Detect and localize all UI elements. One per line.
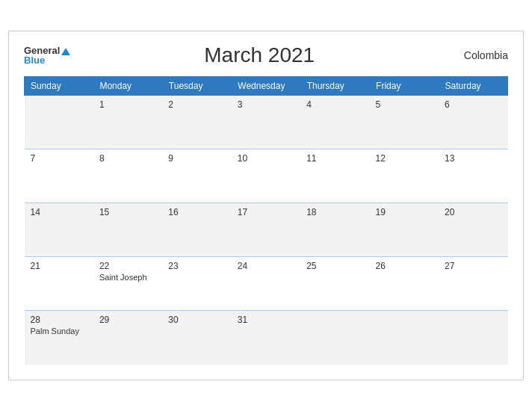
day-number: 13 xyxy=(445,153,501,164)
calendar-day-cell: 7 xyxy=(25,149,93,203)
day-number: 14 xyxy=(31,207,87,217)
calendar-table: SundayMondayTuesdayWednesdayThursdayFrid… xyxy=(24,76,508,365)
day-number: 31 xyxy=(238,315,294,325)
calendar-day-cell: 25 xyxy=(300,257,369,311)
logo-triangle-icon xyxy=(61,48,70,55)
calendar-day-cell: 16 xyxy=(162,203,231,257)
event-label: Saint Joseph xyxy=(99,273,156,282)
weekday-header-row: SundayMondayTuesdayWednesdayThursdayFrid… xyxy=(25,77,508,96)
weekday-header-cell: Thursday xyxy=(300,77,369,96)
calendar-day-cell: 10 xyxy=(232,149,300,203)
day-number: 27 xyxy=(445,261,501,271)
calendar-day-cell: 8 xyxy=(93,149,162,203)
calendar-day-cell xyxy=(439,311,507,365)
calendar-title: March 2021 xyxy=(70,43,448,67)
day-number: 16 xyxy=(168,207,225,217)
calendar-container: General Blue March 2021 Colombia SundayM… xyxy=(8,31,524,380)
event-label: Palm Sunday xyxy=(31,327,87,336)
calendar-day-cell: 27 xyxy=(439,257,507,311)
calendar-day-cell: 22Saint Joseph xyxy=(93,257,162,311)
calendar-day-cell: 9 xyxy=(162,149,231,203)
calendar-day-cell: 21 xyxy=(25,257,93,311)
day-number: 7 xyxy=(31,153,87,164)
day-number: 26 xyxy=(376,261,433,271)
calendar-day-cell: 14 xyxy=(25,203,93,257)
calendar-day-cell: 11 xyxy=(300,149,369,203)
weekday-header-cell: Tuesday xyxy=(162,77,231,96)
calendar-day-cell: 18 xyxy=(300,203,369,257)
day-number: 23 xyxy=(168,261,225,271)
calendar-tbody: 12345678910111213141516171819202122Saint… xyxy=(25,96,508,365)
day-number: 1 xyxy=(99,99,156,110)
calendar-day-cell: 28Palm Sunday xyxy=(25,311,93,365)
day-number: 11 xyxy=(306,153,363,164)
day-number: 22 xyxy=(99,261,156,271)
day-number: 18 xyxy=(306,207,363,217)
calendar-week-row: 2122Saint Joseph2324252627 xyxy=(25,257,508,311)
calendar-week-row: 123456 xyxy=(25,96,508,149)
calendar-day-cell xyxy=(370,311,439,365)
calendar-day-cell: 2 xyxy=(162,96,231,149)
day-number: 30 xyxy=(168,315,225,325)
day-number: 9 xyxy=(168,153,225,164)
calendar-day-cell: 15 xyxy=(93,203,162,257)
calendar-day-cell xyxy=(25,96,93,149)
calendar-thead: SundayMondayTuesdayWednesdayThursdayFrid… xyxy=(25,77,508,96)
day-number: 19 xyxy=(376,207,433,217)
day-number: 8 xyxy=(99,153,156,164)
day-number: 12 xyxy=(376,153,433,164)
day-number: 17 xyxy=(238,207,294,217)
calendar-day-cell: 3 xyxy=(232,96,300,149)
calendar-day-cell: 26 xyxy=(370,257,439,311)
calendar-day-cell: 5 xyxy=(370,96,439,149)
weekday-header-cell: Sunday xyxy=(25,77,93,96)
day-number: 20 xyxy=(445,207,501,217)
calendar-day-cell: 6 xyxy=(439,96,507,149)
weekday-header-cell: Wednesday xyxy=(232,77,300,96)
calendar-day-cell: 17 xyxy=(232,203,300,257)
day-number: 4 xyxy=(306,99,363,110)
day-number: 25 xyxy=(306,261,363,271)
calendar-day-cell: 4 xyxy=(300,96,369,149)
weekday-header-cell: Saturday xyxy=(439,77,507,96)
calendar-day-cell: 1 xyxy=(93,96,162,149)
logo-blue-text: Blue xyxy=(24,55,70,65)
calendar-day-cell: 19 xyxy=(370,203,439,257)
day-number: 15 xyxy=(99,207,156,217)
calendar-day-cell: 30 xyxy=(162,311,231,365)
day-number: 2 xyxy=(168,99,225,110)
day-number: 5 xyxy=(376,99,433,110)
day-number: 28 xyxy=(31,315,87,325)
day-number: 6 xyxy=(445,99,501,110)
calendar-day-cell: 12 xyxy=(370,149,439,203)
day-number: 10 xyxy=(238,153,294,164)
calendar-day-cell: 24 xyxy=(232,257,300,311)
day-number: 21 xyxy=(31,261,87,271)
weekday-header-cell: Friday xyxy=(370,77,439,96)
day-number: 24 xyxy=(238,261,294,271)
calendar-week-row: 14151617181920 xyxy=(25,203,508,257)
calendar-week-row: 78910111213 xyxy=(25,149,508,203)
day-number: 3 xyxy=(238,99,294,110)
calendar-day-cell xyxy=(300,311,369,365)
calendar-day-cell: 20 xyxy=(439,203,507,257)
calendar-day-cell: 29 xyxy=(93,311,162,365)
calendar-day-cell: 23 xyxy=(162,257,231,311)
weekday-header-cell: Monday xyxy=(93,77,162,96)
calendar-day-cell: 13 xyxy=(439,149,507,203)
country-label: Colombia xyxy=(448,49,508,61)
calendar-header: General Blue March 2021 Colombia xyxy=(24,43,508,67)
calendar-week-row: 28Palm Sunday293031 xyxy=(25,311,508,365)
day-number: 29 xyxy=(99,315,156,325)
calendar-day-cell: 31 xyxy=(232,311,300,365)
logo: General Blue xyxy=(24,46,70,65)
